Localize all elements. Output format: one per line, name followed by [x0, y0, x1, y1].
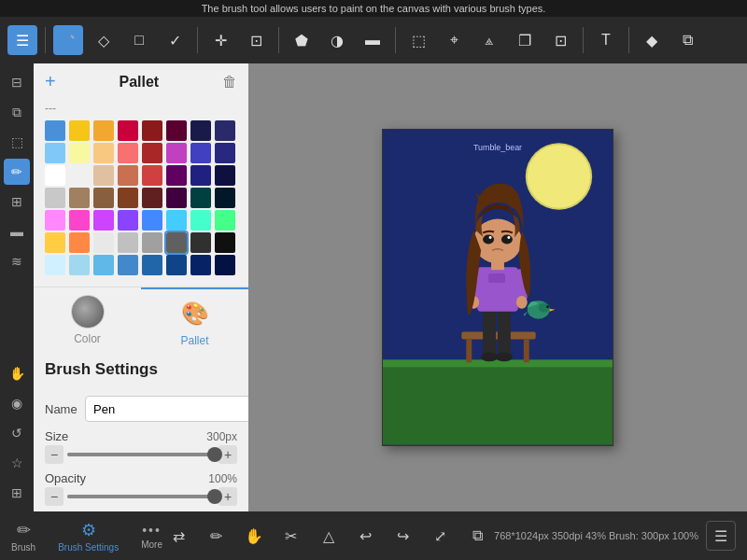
color-swatch-40[interactable] — [45, 232, 65, 253]
color-swatch-49[interactable] — [69, 255, 90, 275]
undo-icon[interactable]: ↩ — [351, 521, 381, 551]
color-swatch-11[interactable] — [118, 143, 138, 163]
move-icon[interactable]: ✛ — [205, 25, 235, 55]
color-swatch-39[interactable] — [215, 210, 235, 231]
color-swatch-36[interactable] — [142, 210, 162, 231]
color-swatch-19[interactable] — [118, 165, 138, 186]
fill-icon[interactable]: ⬟ — [287, 25, 317, 55]
color-swatch-6[interactable] — [190, 120, 211, 141]
color-swatch-52[interactable] — [142, 255, 162, 275]
color-swatch-21[interactable] — [166, 165, 187, 186]
transform-icon[interactable]: ⊡ — [241, 25, 271, 55]
pallet-add-button[interactable]: + — [45, 71, 56, 92]
clone-icon[interactable]: ❐ — [510, 25, 540, 55]
color-swatch-18[interactable] — [93, 165, 114, 186]
artwork-canvas[interactable]: Tumble_bear — [382, 129, 613, 446]
color-swatch-27[interactable] — [118, 188, 138, 208]
opacity-slider-track[interactable] — [67, 495, 215, 498]
color-swatch-32[interactable] — [45, 210, 65, 231]
color-swatch-5[interactable] — [166, 120, 187, 141]
color-swatch-51[interactable] — [118, 255, 138, 275]
color-swatch-10[interactable] — [93, 143, 114, 163]
color-swatch-13[interactable] — [166, 143, 187, 163]
brush-tool-icon[interactable] — [53, 25, 83, 55]
opacity-slider-thumb[interactable] — [207, 489, 222, 504]
menu-icon[interactable]: ☰ — [7, 25, 37, 55]
color-swatch-0[interactable] — [45, 120, 65, 141]
color-swatch-55[interactable] — [215, 255, 235, 275]
color-swatch-53[interactable] — [166, 255, 187, 275]
color-swatch-47[interactable] — [215, 232, 235, 253]
color-swatch-26[interactable] — [93, 188, 114, 208]
strip-transform[interactable]: ⊞ — [4, 189, 30, 215]
size-decrease-button[interactable]: − — [45, 445, 63, 464]
smudge-icon[interactable]: ⟁ — [474, 25, 504, 55]
color-swatch-7[interactable] — [215, 120, 235, 141]
size-slider-thumb[interactable] — [207, 447, 222, 462]
color-swatch-24[interactable] — [45, 188, 65, 208]
triangle-icon[interactable]: △ — [314, 521, 344, 551]
color-tab[interactable]: Color — [34, 287, 141, 353]
opacity-decrease-button[interactable]: − — [45, 487, 63, 506]
bottom-menu-button[interactable]: ☰ — [706, 521, 736, 551]
color-swatch-17[interactable] — [69, 165, 90, 186]
color-swatch-50[interactable] — [93, 255, 114, 275]
color-swatch-38[interactable] — [190, 210, 211, 231]
color-swatch-37[interactable] — [166, 210, 187, 231]
color-swatch-14[interactable] — [190, 143, 211, 163]
color-swatch-41[interactable] — [69, 232, 90, 253]
color-swatch-34[interactable] — [93, 210, 114, 231]
size-slider-track[interactable] — [67, 453, 215, 456]
color-swatch-30[interactable] — [190, 188, 211, 208]
strip-layers[interactable]: ⧉ — [4, 99, 30, 125]
gradient-icon[interactable]: ◑ — [322, 25, 352, 55]
select-lasso-icon[interactable]: ⌖ — [439, 25, 469, 55]
color-swatch-46[interactable] — [190, 232, 211, 253]
pallet-tab[interactable]: 🎨 Pallet — [141, 287, 248, 353]
pallet-delete-button[interactable]: 🗑 — [222, 74, 237, 91]
color-swatch-29[interactable] — [166, 188, 187, 208]
zoom-icon[interactable]: ⤢ — [426, 521, 456, 551]
strip-grid[interactable]: ⊞ — [4, 480, 30, 506]
brush-tab-item[interactable]: ✏ Brush — [11, 520, 35, 553]
color-swatch-16[interactable] — [45, 165, 65, 186]
color-swatch-25[interactable] — [69, 188, 90, 208]
scissors-icon[interactable]: ✂ — [276, 521, 306, 551]
color-swatch-43[interactable] — [118, 232, 138, 253]
brush-name-input[interactable] — [85, 396, 248, 422]
text-icon[interactable]: T — [591, 25, 621, 55]
color-swatch-4[interactable] — [142, 120, 162, 141]
color-swatch-31[interactable] — [215, 188, 235, 208]
strip-panel-toggle[interactable]: ⊟ — [4, 69, 30, 95]
crop-icon[interactable]: ⊡ — [545, 25, 575, 55]
color-swatch-12[interactable] — [142, 143, 162, 163]
color-swatch-8[interactable] — [45, 143, 65, 163]
strip-eyedropper[interactable]: ◉ — [4, 390, 30, 416]
strip-smudge[interactable]: ≋ — [4, 248, 30, 274]
color-swatch-42[interactable] — [93, 232, 114, 253]
color-swatch-48[interactable] — [45, 255, 65, 275]
brush-settings-tab-item[interactable]: ⚙ Brush Settings — [58, 520, 119, 553]
flip-h-icon[interactable]: ⇄ — [164, 521, 194, 551]
color-swatch-35[interactable] — [118, 210, 138, 231]
select-rect-icon[interactable]: ⬚ — [403, 25, 433, 55]
color-swatch-15[interactable] — [215, 143, 235, 163]
eyedropper-icon[interactable]: ◆ — [637, 25, 667, 55]
layers-icon[interactable]: ⧉ — [672, 25, 702, 55]
color-swatch-20[interactable] — [142, 165, 162, 186]
pencil-icon[interactable]: ✏ — [202, 521, 232, 551]
more-tab-item[interactable]: ••• More — [141, 523, 162, 550]
color-swatch-33[interactable] — [69, 210, 90, 231]
layers2-icon[interactable]: ⧉ — [463, 521, 493, 551]
rectangle-icon[interactable]: □ — [124, 25, 154, 55]
canvas-area[interactable]: Tumble_bear — [248, 63, 747, 511]
strip-eraser[interactable]: ▬ — [4, 218, 30, 245]
color-swatch-3[interactable] — [118, 120, 138, 141]
color-swatch-45[interactable] — [166, 232, 187, 253]
strip-brush[interactable]: ✏ — [4, 159, 30, 185]
eraser-icon[interactable]: ▬ — [358, 25, 388, 55]
color-swatch-23[interactable] — [215, 165, 235, 186]
color-swatch-44[interactable] — [142, 232, 162, 253]
color-swatch-1[interactable] — [69, 120, 90, 141]
color-swatch-2[interactable] — [93, 120, 114, 141]
